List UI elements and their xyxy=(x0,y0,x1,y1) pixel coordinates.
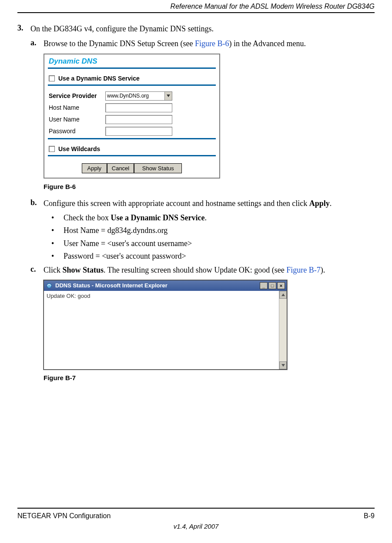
panel-title: Dynamic DNS xyxy=(44,54,219,67)
minimize-button[interactable]: _ xyxy=(260,282,268,289)
provider-label: Service Provider xyxy=(49,92,105,99)
wildcards-checkbox[interactable] xyxy=(49,146,55,152)
bullet-text: Password = <user's account password> xyxy=(64,251,186,261)
divider xyxy=(48,84,216,86)
substep-letter: a. xyxy=(30,38,44,49)
substep-text: Configure this screen with appropriate a… xyxy=(44,198,375,209)
scroll-down-icon[interactable] xyxy=(279,361,287,369)
figure-link-b6[interactable]: Figure B-6 xyxy=(195,39,229,48)
host-name-input[interactable] xyxy=(105,103,172,112)
button-row: Apply Cancel Show Status xyxy=(44,161,219,178)
b1-post: . xyxy=(204,213,207,222)
provider-row: Service Provider www.DynDNS.org xyxy=(44,90,219,102)
step-number: 3. xyxy=(17,24,30,34)
user-name-input[interactable] xyxy=(105,115,172,124)
substep-b: b. Configure this screen with appropriat… xyxy=(30,198,375,209)
use-ddns-row: Use a Dynamic DNS Service xyxy=(44,73,219,84)
bullet-list: • Check the box Use a Dynamic DNS Servic… xyxy=(51,213,375,262)
bullet-marker: • xyxy=(51,239,64,249)
header-title: Reference Manual for the ADSL Modem Wire… xyxy=(171,3,375,10)
bullet-marker: • xyxy=(51,213,64,223)
use-ddns-label: Use a Dynamic DNS Service xyxy=(58,75,140,82)
scroll-up-icon[interactable] xyxy=(279,291,287,299)
divider xyxy=(48,67,216,69)
use-ddns-checkbox[interactable] xyxy=(49,75,55,81)
footer-page-number: B-9 xyxy=(364,512,375,520)
apply-button[interactable]: Apply xyxy=(82,163,107,173)
substep-text: Browse to the Dynamic DNS Setup Screen (… xyxy=(44,38,375,49)
svg-marker-2 xyxy=(281,293,285,296)
text-post: . xyxy=(330,199,332,208)
host-row: Host Name xyxy=(44,102,219,114)
footer-row: NETGEAR VPN Configuration B-9 xyxy=(17,512,375,520)
ie-content: Update OK: good xyxy=(44,291,279,369)
b1-pre: Check the box xyxy=(64,213,111,222)
pass-row: Password xyxy=(44,125,219,137)
window-buttons: _ □ × xyxy=(260,282,285,289)
dynamic-dns-panel: Dynamic DNS Use a Dynamic DNS Service Se… xyxy=(44,54,220,179)
apply-bold: Apply xyxy=(309,199,330,208)
ie-titlebar: DDNS Status - Microsoft Internet Explore… xyxy=(44,280,287,291)
substep-c: c. Click Show Status. The resulting scre… xyxy=(30,265,375,275)
cancel-button[interactable]: Cancel xyxy=(107,163,134,173)
provider-select[interactable]: www.DynDNS.org xyxy=(105,91,172,101)
step-3: 3. On the DG834G v4, configure the Dynam… xyxy=(17,24,375,34)
scrollbar[interactable] xyxy=(279,291,287,369)
substep-letter: c. xyxy=(30,265,44,275)
text-1: Click xyxy=(44,266,63,274)
figure-link-b7[interactable]: Figure B-7 xyxy=(286,266,321,274)
bullet-2: • Host Name = dg834g.dyndns.org xyxy=(51,226,375,236)
bullet-3: • User Name = <user's account username> xyxy=(51,239,375,249)
wildcards-label: Use Wildcards xyxy=(58,145,100,152)
substep-text: Click Show Status. The resulting screen … xyxy=(44,265,375,275)
bullet-text: User Name = <user's account username> xyxy=(64,239,192,249)
divider xyxy=(48,138,216,139)
chevron-down-icon xyxy=(164,92,172,100)
bullet-4: • Password = <user's account password> xyxy=(51,251,375,261)
figure-b7-caption: Figure B-7 xyxy=(44,374,375,381)
bullet-text: Host Name = dg834g.dyndns.org xyxy=(64,226,168,236)
host-label: Host Name xyxy=(49,104,105,111)
bullet-1: • Check the box Use a Dynamic DNS Servic… xyxy=(51,213,375,223)
show-status-bold: Show Status xyxy=(63,266,104,274)
b1-bold: Use a Dynamic DNS Service xyxy=(111,213,204,222)
figure-b6-wrap: Dynamic DNS Use a Dynamic DNS Service Se… xyxy=(44,54,375,179)
ie-icon xyxy=(46,282,53,289)
footer-left: NETGEAR VPN Configuration xyxy=(17,512,111,520)
svg-marker-0 xyxy=(167,94,170,97)
bullet-marker: • xyxy=(51,251,64,261)
provider-value: www.DynDNS.org xyxy=(107,93,149,99)
step-text: On the DG834G v4, configure the Dynamic … xyxy=(30,24,375,34)
divider xyxy=(48,155,216,156)
svg-marker-3 xyxy=(281,364,285,367)
text-post: ) in the Advanced menu. xyxy=(229,39,305,48)
user-row: User Name xyxy=(44,114,219,125)
bullet-marker: • xyxy=(51,226,64,236)
footer-version: v1.4, April 2007 xyxy=(17,523,375,530)
password-input[interactable] xyxy=(105,127,172,136)
figure-b6-caption: Figure B-6 xyxy=(44,183,375,190)
text-3: ). xyxy=(321,266,325,274)
wildcards-row: Use Wildcards xyxy=(44,144,219,154)
text-pre: Configure this screen with appropriate a… xyxy=(44,199,309,208)
substep-a: a. Browse to the Dynamic DNS Setup Scree… xyxy=(30,38,375,49)
user-label: User Name xyxy=(49,116,105,123)
ie-body: Update OK: good xyxy=(44,291,287,369)
pass-label: Password xyxy=(49,128,105,135)
ie-window: DDNS Status - Microsoft Internet Explore… xyxy=(44,280,287,370)
close-button[interactable]: × xyxy=(277,282,285,289)
show-status-button[interactable]: Show Status xyxy=(134,163,182,173)
text-pre: Browse to the Dynamic DNS Setup Screen (… xyxy=(44,39,195,48)
bullet-text: Check the box Use a Dynamic DNS Service. xyxy=(64,213,207,223)
page-header: Reference Manual for the ADSL Modem Wire… xyxy=(17,0,375,13)
ie-title-text: DDNS Status - Microsoft Internet Explore… xyxy=(55,282,260,289)
substep-letter: b. xyxy=(30,198,44,209)
page-footer: NETGEAR VPN Configuration B-9 v1.4, Apri… xyxy=(17,508,375,530)
maximize-button[interactable]: □ xyxy=(268,282,276,289)
text-2: . The resulting screen should show Updat… xyxy=(104,266,286,274)
